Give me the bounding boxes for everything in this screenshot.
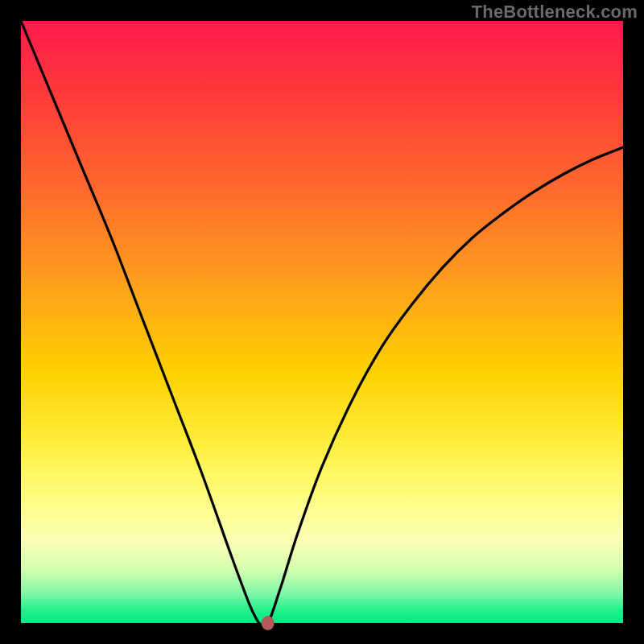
minimum-marker [262, 616, 275, 630]
curve-left-branch [21, 21, 258, 623]
plot-area [21, 21, 623, 623]
watermark-text: TheBottleneck.com [472, 2, 638, 23]
curve-right-branch [258, 147, 623, 625]
chart-svg [21, 21, 623, 623]
chart-frame: TheBottleneck.com [0, 0, 644, 644]
